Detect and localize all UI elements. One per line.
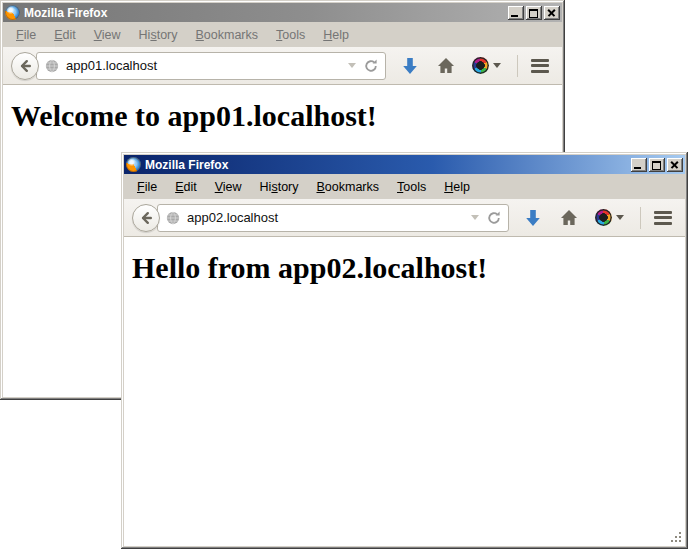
home-button[interactable] <box>559 208 579 228</box>
minimize-button[interactable] <box>631 158 647 172</box>
desktop: Mozilla Firefox FileEditViewHistoryBookm… <box>0 0 688 551</box>
menu-item-bookmarks[interactable]: Bookmarks <box>308 178 389 196</box>
back-icon <box>17 58 33 74</box>
menu-item-file[interactable]: File <box>128 178 166 196</box>
title-bar[interactable]: Mozilla Firefox <box>3 3 562 22</box>
download-icon <box>525 209 541 227</box>
minimize-icon <box>511 15 518 17</box>
page-heading: Hello from app02.localhost! <box>132 251 677 285</box>
color-wheel-icon <box>595 209 612 226</box>
menu-item-help[interactable]: Help <box>435 178 479 196</box>
url-bar[interactable]: app02.localhost <box>157 204 509 232</box>
close-button[interactable] <box>667 158 683 172</box>
navigation-toolbar: app02.localhost <box>124 199 685 237</box>
color-wheel-icon <box>472 57 489 74</box>
hamburger-menu-icon <box>531 59 549 73</box>
back-icon <box>138 210 154 226</box>
globe-icon <box>166 211 180 225</box>
menu-item-file[interactable]: File <box>7 26 45 44</box>
hamburger-menu-icon <box>654 211 672 225</box>
browser-window-app02: Mozilla Firefox FileEditViewHistoryBookm… <box>121 152 688 549</box>
maximize-button[interactable] <box>526 6 542 20</box>
toolbar-separator <box>640 207 641 229</box>
url-text[interactable]: app01.localhost <box>66 58 341 73</box>
window-title: Mozilla Firefox <box>24 6 506 20</box>
menu-item-help[interactable]: Help <box>314 26 358 44</box>
resize-grip[interactable] <box>671 532 683 544</box>
menu-item-tools[interactable]: Tools <box>267 26 314 44</box>
minimize-icon <box>634 167 641 169</box>
menu-item-view[interactable]: View <box>85 26 130 44</box>
menu-item-history[interactable]: History <box>130 26 187 44</box>
menu-bar: FileEditViewHistoryBookmarksToolsHelp <box>3 22 562 47</box>
toolbar-icons <box>400 55 554 77</box>
menu-item-view[interactable]: View <box>206 178 251 196</box>
extension-button[interactable] <box>472 56 501 76</box>
open-menu-button[interactable] <box>653 208 673 228</box>
firefox-logo-icon <box>126 157 141 172</box>
back-button[interactable] <box>132 204 160 232</box>
open-menu-button[interactable] <box>530 56 550 76</box>
maximize-button[interactable] <box>649 158 665 172</box>
menu-item-bookmarks[interactable]: Bookmarks <box>187 26 268 44</box>
menu-item-tools[interactable]: Tools <box>388 178 435 196</box>
home-icon <box>560 209 578 226</box>
url-dropdown-icon[interactable] <box>348 63 356 68</box>
page-heading: Welcome to app01.localhost! <box>11 99 554 133</box>
title-bar[interactable]: Mozilla Firefox <box>124 155 685 174</box>
minimize-button[interactable] <box>508 6 524 20</box>
toolbar-separator <box>517 55 518 77</box>
extension-dropdown-icon <box>493 63 501 68</box>
downloads-button[interactable] <box>523 208 543 228</box>
maximize-icon <box>652 161 661 170</box>
url-text[interactable]: app02.localhost <box>187 210 464 225</box>
navigation-toolbar: app01.localhost <box>3 47 562 85</box>
close-button[interactable] <box>544 6 560 20</box>
window-title: Mozilla Firefox <box>145 158 629 172</box>
download-icon <box>402 57 418 75</box>
menu-item-history[interactable]: History <box>251 178 308 196</box>
menu-item-edit[interactable]: Edit <box>45 26 85 44</box>
url-bar[interactable]: app01.localhost <box>36 52 386 80</box>
extension-dropdown-icon <box>616 215 624 220</box>
url-dropdown-icon[interactable] <box>471 215 479 220</box>
firefox-logo-icon <box>5 5 20 20</box>
reload-icon[interactable] <box>486 210 502 226</box>
downloads-button[interactable] <box>400 56 420 76</box>
home-icon <box>437 57 455 74</box>
reload-icon[interactable] <box>363 58 379 74</box>
maximize-icon <box>529 9 538 18</box>
home-button[interactable] <box>436 56 456 76</box>
menu-bar: FileEditViewHistoryBookmarksToolsHelp <box>124 174 685 199</box>
extension-button[interactable] <box>595 208 624 228</box>
page-content: Hello from app02.localhost! <box>124 237 685 546</box>
globe-icon <box>45 59 59 73</box>
toolbar-icons <box>523 207 677 229</box>
back-button[interactable] <box>11 52 39 80</box>
menu-item-edit[interactable]: Edit <box>166 178 206 196</box>
